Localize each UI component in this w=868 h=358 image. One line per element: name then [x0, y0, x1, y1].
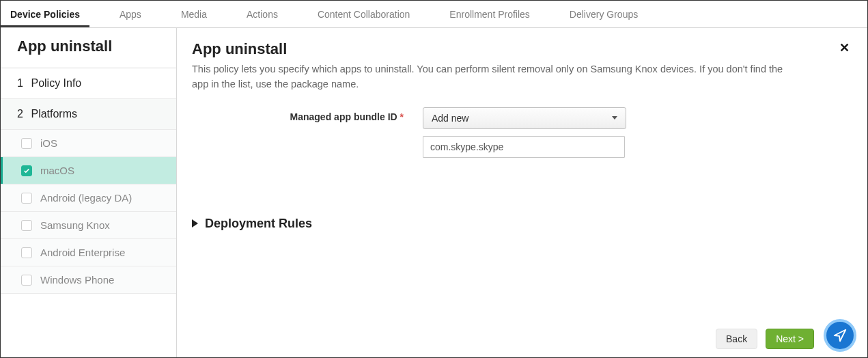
- bundle-id-input[interactable]: [423, 136, 625, 158]
- tab-content-collaboration[interactable]: Content Collaboration: [318, 2, 410, 27]
- sidebar: App uninstall 1 Policy Info 2 Platforms …: [1, 28, 177, 358]
- platform-android-legacy[interactable]: Android (legacy DA): [1, 184, 176, 212]
- platform-label: Samsung Knox: [40, 219, 110, 231]
- checkbox-icon[interactable]: [21, 193, 32, 204]
- platform-android-enterprise[interactable]: Android Enterprise: [1, 239, 176, 266]
- platform-windows-phone[interactable]: Windows Phone: [1, 266, 176, 294]
- sidebar-title: App uninstall: [1, 28, 176, 68]
- platform-label: Windows Phone: [40, 274, 114, 286]
- platform-label: Android (legacy DA): [40, 192, 132, 204]
- deployment-rules-label: Deployment Rules: [205, 217, 312, 231]
- close-icon[interactable]: ✕: [837, 40, 852, 55]
- bundle-id-label: Managed app bundle ID *: [192, 107, 404, 122]
- footer-buttons: Back Next >: [716, 329, 814, 349]
- tab-delivery-groups[interactable]: Delivery Groups: [570, 2, 638, 27]
- select-value: Add new: [432, 113, 468, 124]
- checkbox-icon[interactable]: [21, 220, 32, 231]
- main-panel: App uninstall ✕ This policy lets you spe…: [177, 28, 867, 358]
- page-description: This policy lets you specify which apps …: [192, 62, 793, 92]
- main-container: App uninstall 1 Policy Info 2 Platforms …: [1, 28, 867, 358]
- platform-samsung-knox[interactable]: Samsung Knox: [1, 212, 176, 239]
- deployment-rules-toggle[interactable]: Deployment Rules: [192, 217, 852, 231]
- platform-label: Android Enterprise: [40, 247, 125, 258]
- tab-apps[interactable]: Apps: [120, 2, 141, 27]
- platform-label: macOS: [40, 165, 74, 176]
- checkbox-icon[interactable]: [21, 247, 32, 258]
- checkbox-icon[interactable]: [21, 275, 32, 286]
- platform-macos[interactable]: macOS: [1, 157, 176, 184]
- bundle-id-select[interactable]: Add new: [423, 107, 626, 129]
- platform-label: iOS: [40, 137, 57, 149]
- chevron-down-icon: [612, 116, 617, 120]
- triangle-right-icon: [192, 219, 198, 228]
- help-fab[interactable]: [824, 319, 856, 352]
- checkbox-icon[interactable]: [21, 138, 32, 149]
- step-label: Policy Info: [31, 77, 81, 89]
- page-title: App uninstall: [192, 40, 287, 58]
- tab-actions[interactable]: Actions: [247, 2, 278, 27]
- step-platforms[interactable]: 2 Platforms: [1, 99, 176, 130]
- form-controls: Add new: [423, 107, 626, 158]
- navigate-icon: [832, 328, 848, 343]
- tab-enrollment-profiles[interactable]: Enrollment Profiles: [449, 2, 530, 27]
- step-policy-info[interactable]: 1 Policy Info: [1, 68, 176, 99]
- step-number: 1: [17, 77, 28, 90]
- next-button[interactable]: Next >: [766, 329, 814, 349]
- required-indicator: *: [400, 111, 404, 122]
- tab-device-policies[interactable]: Device Policies: [10, 2, 80, 27]
- top-tabs: Device Policies Apps Media Actions Conte…: [1, 1, 867, 28]
- step-label: Platforms: [31, 108, 77, 120]
- back-button[interactable]: Back: [716, 329, 757, 349]
- form-row-bundle-id: Managed app bundle ID * Add new: [192, 107, 852, 158]
- checkbox-icon[interactable]: [21, 165, 32, 176]
- main-header: App uninstall ✕: [192, 40, 852, 58]
- tab-media[interactable]: Media: [181, 2, 207, 27]
- platform-ios[interactable]: iOS: [1, 130, 176, 157]
- step-number: 2: [17, 108, 28, 120]
